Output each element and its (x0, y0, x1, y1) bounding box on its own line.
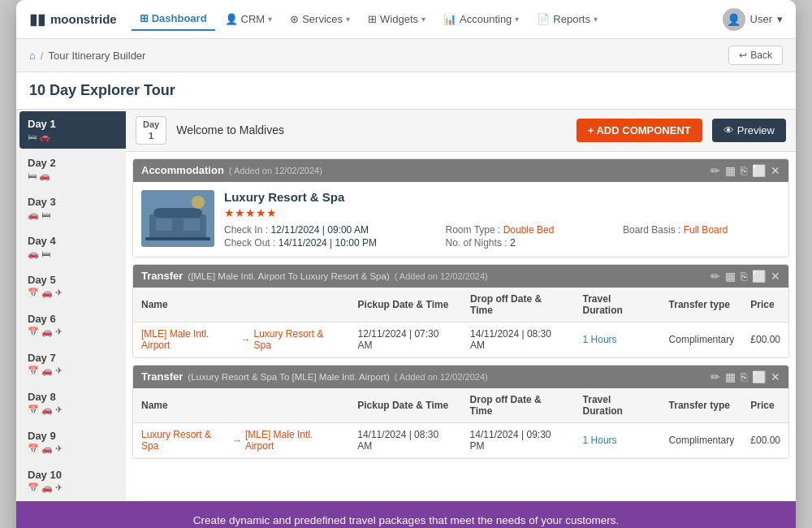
sidebar-item-day2[interactable]: Day 2 🛏 🚗 (19, 150, 123, 188)
transfer2-actions: ✏ ▦ ⎘ ⬜ ✕ (710, 370, 780, 383)
t2-expand-icon[interactable]: ⬜ (752, 370, 766, 383)
board-basis-label: Board Basis : Full Board (623, 224, 780, 236)
top-navigation: ▮▮ moonstride ⊞ Dashboard 👤 CRM ▾ ⊛ Serv… (16, 0, 796, 39)
t2-price: £00.00 (742, 422, 788, 457)
hotel-details: Check In : 12/11/2024 | 09:00 AM Room Ty… (224, 224, 780, 249)
t2-grid-icon[interactable]: ▦ (725, 370, 736, 383)
nav-services[interactable]: ⊛ Services ▾ (282, 8, 358, 30)
day-sidebar: Day 1 🛏 🚗 Day 2 🛏 🚗 Day 3 🚗 🛏 Day 4 🚗 🛏 … (16, 110, 126, 501)
t1-close-icon[interactable]: ✕ (771, 270, 780, 283)
t2-arrow-icon: → (232, 435, 242, 446)
accounting-icon: 📊 (443, 13, 456, 25)
transfer2-body: Name Pickup Date & Time Drop off Date & … (133, 388, 788, 458)
t2-copy-icon[interactable]: ⎘ (741, 370, 747, 383)
col-dropoff: Drop off Date & Time (462, 288, 574, 322)
back-arrow-icon: ↩ (739, 50, 747, 61)
transfer2-added: ( Added on 12/02/2024) (395, 372, 488, 382)
edit-icon[interactable]: ✏ (710, 164, 720, 177)
t2-col-pickup: Pickup Date & Time (349, 388, 461, 423)
eye-icon: 👁 (723, 124, 734, 136)
logo: ▮▮ moonstride (29, 11, 117, 28)
nav-widgets[interactable]: ⊞ Widgets ▾ (360, 8, 434, 30)
col-type: Transfer type (661, 288, 743, 322)
transfer1-section: Transfer ([MLE] Male Intl. Airport To Lu… (132, 264, 789, 358)
transfer2-header: Transfer (Luxury Resort & Spa To [MLE] M… (133, 366, 788, 388)
col-pickup: Pickup Date & Time (350, 288, 462, 322)
accommodation-title: Accommodation (141, 164, 224, 176)
sidebar-item-day5[interactable]: Day 5 📅 🚗 ✈ (19, 267, 123, 305)
t1-copy-icon[interactable]: ⎘ (741, 270, 747, 283)
home-icon[interactable]: ⌂ (29, 50, 36, 62)
user-menu[interactable]: 👤 User ▾ (723, 8, 783, 31)
sidebar-item-day10[interactable]: Day 10 📅 🚗 ✈ (19, 462, 123, 500)
copy-icon[interactable]: ⎘ (741, 164, 747, 177)
svg-rect-5 (184, 219, 200, 231)
add-component-button[interactable]: + ADD COMPONENT (577, 119, 702, 142)
sidebar-item-day8[interactable]: Day 8 📅 🚗 ✈ (19, 384, 123, 422)
logo-text: moonstride (50, 12, 117, 26)
grid-icon[interactable]: ▦ (725, 164, 736, 177)
t2-duration: 1 Hours (575, 422, 661, 457)
crm-caret: ▾ (268, 15, 272, 24)
sidebar-item-day1[interactable]: Day 1 🛏 🚗 (19, 111, 126, 149)
close-icon[interactable]: ✕ (771, 164, 780, 177)
sidebar-item-day4[interactable]: Day 4 🚗 🛏 (19, 228, 123, 266)
crm-icon: 👤 (225, 13, 238, 25)
nav-menu: ⊞ Dashboard 👤 CRM ▾ ⊛ Services ▾ ⊞ Widge… (132, 7, 716, 31)
sidebar-item-day6[interactable]: Day 6 📅 🚗 ✈ (19, 306, 123, 344)
t2-col-dropoff: Drop off Date & Time (462, 388, 575, 423)
transfer2-subtitle: (Luxury Resort & Spa To [MLE] Male Intl.… (188, 372, 389, 382)
checkout-label: Check Out : 14/11/2024 | 10:00 PM (224, 237, 430, 249)
t1-expand-icon[interactable]: ⬜ (752, 270, 766, 283)
col-price: Price (742, 288, 788, 322)
transfer1-table: Name Pickup Date & Time Drop off Date & … (133, 288, 788, 357)
t2-route: Luxury Resort & Spa → [MLE] Male Intl. A… (133, 422, 349, 457)
transfer1-added: ( Added on 12/02/2024) (395, 271, 488, 281)
t1-grid-icon[interactable]: ▦ (725, 270, 736, 283)
t2-close-icon[interactable]: ✕ (771, 370, 780, 383)
t2-col-type: Transfer type (661, 388, 743, 423)
t2-col-duration: Travel Duration (575, 388, 661, 423)
user-caret: ▾ (777, 13, 783, 25)
nights-label: No. of Nights : 2 (446, 237, 607, 249)
t1-price: £00.00 (742, 322, 788, 357)
widgets-caret: ▾ (421, 15, 425, 24)
t1-type: Complimentary (661, 322, 743, 357)
nav-dashboard[interactable]: ⊞ Dashboard (132, 7, 215, 31)
checkin-label: Check In : 12/11/2024 | 09:00 AM (224, 224, 430, 236)
widgets-icon: ⊞ (368, 13, 377, 25)
main-layout: Day 1 🛏 🚗 Day 2 🛏 🚗 Day 3 🚗 🛏 Day 4 🚗 🛏 … (16, 110, 796, 501)
transfer1-table-header: Name Pickup Date & Time Drop off Date & … (133, 288, 788, 322)
transfer2-table-header: Name Pickup Date & Time Drop off Date & … (133, 388, 788, 423)
breadcrumb: ⌂ / Tour Itinerary Builder (29, 50, 145, 62)
nav-accounting[interactable]: 📊 Accounting ▾ (435, 8, 527, 30)
transfer1-actions: ✏ ▦ ⎘ ⬜ ✕ (710, 270, 780, 283)
content-area: Day 1 Welcome to Maldives + ADD COMPONEN… (126, 110, 796, 501)
t2-edit-icon[interactable]: ✏ (710, 370, 720, 383)
t2-col-name: Name (133, 388, 349, 423)
sidebar-item-day9[interactable]: Day 9 📅 🚗 ✈ (19, 423, 123, 461)
transfer1-title: Transfer (141, 270, 183, 282)
nav-crm[interactable]: 👤 CRM ▾ (217, 8, 281, 30)
footer-banner: Create dynamic and predefined travel pac… (16, 501, 796, 528)
col-name: Name (133, 288, 350, 322)
room-type-label: Room Type : Double Bed (446, 224, 607, 236)
sidebar-item-day3[interactable]: Day 3 🚗 🛏 (19, 189, 123, 227)
transfer2-table: Name Pickup Date & Time Drop off Date & … (133, 388, 788, 458)
t2-type: Complimentary (661, 422, 743, 457)
t1-route: [MLE] Male Intl. Airport → Luxury Resort… (133, 322, 350, 357)
back-button[interactable]: ↩ Back (728, 45, 783, 65)
hotel-name: Luxury Resort & Spa (224, 190, 780, 204)
logo-icon: ▮▮ (29, 11, 45, 28)
svg-rect-2 (153, 208, 202, 218)
preview-button[interactable]: 👁 Preview (712, 119, 786, 142)
svg-point-6 (192, 196, 205, 209)
nav-reports[interactable]: 📄 Reports ▾ (529, 8, 606, 30)
sidebar-item-day7[interactable]: Day 7 📅 🚗 ✈ (19, 345, 123, 383)
expand-icon[interactable]: ⬜ (752, 164, 766, 177)
page-title-bar: 10 Day Explorer Tour (16, 72, 796, 110)
t1-edit-icon[interactable]: ✏ (710, 270, 720, 283)
user-avatar: 👤 (723, 8, 745, 31)
t2-pickup: 14/11/2024 | 08:30 AM (349, 422, 461, 457)
accommodation-section: Accommodation ( Added on 12/02/2024) ✏ ▦… (132, 158, 789, 258)
